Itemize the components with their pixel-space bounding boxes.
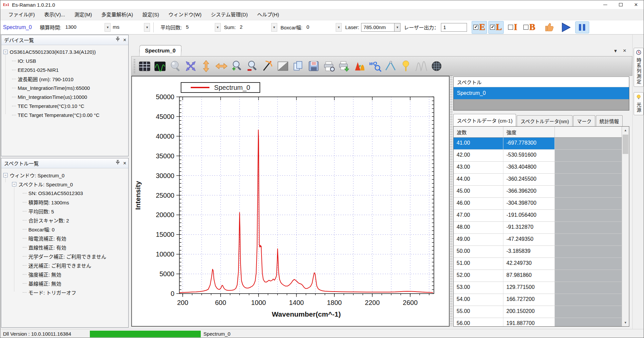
fit-vertical-icon[interactable]	[198, 58, 214, 74]
sum-combo[interactable]: 2 ▼	[238, 23, 277, 32]
laser-wavelength-combo[interactable]: 785.00nm ▼	[361, 23, 400, 32]
col-header-wavenumber[interactable]: 波数	[454, 127, 503, 137]
collapse-icon[interactable]: −	[12, 182, 16, 186]
chevron-down-icon[interactable]: ▼	[105, 23, 111, 32]
tree-item[interactable]: モード: トリガーオフ	[3, 288, 127, 297]
toggle-l[interactable]: ✓ L	[488, 21, 504, 34]
col-header-intensity[interactable]: 強度	[503, 127, 555, 137]
data-table-icon[interactable]	[137, 58, 152, 74]
tab-spectrum-0[interactable]: Spectrum_0	[139, 45, 181, 56]
tree-item[interactable]: 迷光補正: ご利用できません	[3, 261, 127, 270]
oscilloscope-icon[interactable]	[152, 58, 168, 74]
tree-item[interactable]: 合計スキャン数: 2	[3, 216, 127, 225]
table-row[interactable]: 48.00-91.312870	[454, 222, 622, 234]
side-tab-1[interactable]: 光源	[634, 92, 644, 115]
print-preview-icon[interactable]	[321, 58, 337, 74]
tab-close-icon[interactable]: ×	[623, 48, 626, 53]
magic-wand-icon[interactable]	[260, 58, 275, 74]
maximize-button[interactable]	[613, 0, 628, 9]
table-row[interactable]: 47.00-191.056400	[454, 210, 622, 222]
tree-item[interactable]: TEC Target Temperature(°C):0.00 °C	[3, 111, 127, 120]
gradient-icon[interactable]	[275, 58, 291, 74]
tree-item[interactable]: EE2051-025-NIR1	[3, 65, 127, 74]
data-tab-3[interactable]: 統計情報	[596, 115, 623, 126]
tree-item[interactable]: 平均回数: 5	[3, 207, 127, 216]
chevron-down-icon[interactable]: ▼	[271, 23, 277, 32]
pin-icon[interactable]	[116, 37, 120, 43]
table-row[interactable]: 44.00-360.245500	[454, 174, 622, 186]
tree-item[interactable]: TEC Temperature(°C):0.10 °C	[3, 102, 127, 111]
data-tab-1[interactable]: スペクトルデータ(nm)	[517, 115, 573, 126]
vertical-splitter[interactable]	[450, 76, 453, 327]
thumb-up-icon[interactable]	[544, 21, 554, 33]
spectrum-chart[interactable]: 2006001000140018002200260005000100001500…	[131, 76, 450, 327]
save-icon[interactable]	[306, 58, 321, 74]
chevron-down-icon[interactable]: ▼	[144, 23, 150, 32]
laser-power-input[interactable]	[441, 23, 467, 32]
pause-measurement-button[interactable]	[575, 21, 589, 33]
grid-ball-icon[interactable]	[429, 58, 444, 74]
table-row[interactable]: 56.00191.887700	[454, 318, 622, 327]
sphere-zoom-icon[interactable]	[168, 58, 183, 74]
checkbox[interactable]	[508, 25, 513, 30]
side-tab-0[interactable]: 時系列測定	[634, 48, 644, 87]
fit-horizontal-icon[interactable]	[214, 58, 229, 74]
menu-item[interactable]: ファイル(F)	[4, 9, 39, 20]
print-icon[interactable]	[337, 58, 352, 74]
collapse-icon[interactable]: −	[3, 173, 8, 177]
copy-icon[interactable]	[291, 58, 306, 74]
table-row[interactable]: 45.00-366.396200	[454, 186, 622, 198]
tree-item[interactable]: −ウィンドウ: Spectrum_0	[3, 171, 127, 180]
tree-item[interactable]: Max_IntegrationTime(ms):65000	[3, 83, 127, 93]
minimize-button[interactable]	[598, 0, 613, 9]
table-row[interactable]: 49.00-47.249350	[454, 234, 622, 246]
tree-item[interactable]: 強度補正: 無効	[3, 270, 127, 279]
table-row[interactable]: 51.0042.249730	[454, 258, 622, 270]
toggle-i[interactable]: I	[505, 21, 520, 34]
chevron-down-icon[interactable]: ▼	[336, 23, 342, 32]
table-row[interactable]: 54.00166.727200	[454, 294, 622, 306]
table-scrollbar[interactable]: ▲ ▼	[622, 127, 629, 326]
tree-item[interactable]: Min_IntegrationTime(us):10000	[3, 93, 127, 102]
tree-item[interactable]: 基線補正: 無効	[3, 279, 127, 288]
peak-search-icon[interactable]: wQ	[367, 58, 383, 74]
scroll-down-icon[interactable]: ▼	[622, 319, 629, 326]
tree-item[interactable]: −スペクトル: Spectrum_0	[3, 180, 127, 189]
fit-all-icon[interactable]	[183, 58, 198, 74]
menu-item[interactable]: 表示(V)...	[39, 9, 70, 20]
table-row[interactable]: 55.00200.150200	[454, 306, 622, 318]
toolbar-grip[interactable]	[134, 59, 135, 73]
table-row[interactable]: 52.0087.981860	[454, 270, 622, 282]
table-row[interactable]: 43.00-363.404800	[454, 162, 622, 174]
chevron-down-icon[interactable]: ▼	[215, 23, 221, 32]
data-tab-0[interactable]: スペクトルデータ (cm-1)	[453, 114, 516, 126]
measure-icon[interactable]	[383, 58, 398, 74]
menu-item[interactable]: ヘルプ(H)	[253, 9, 284, 20]
menu-item[interactable]: システム管理(D)	[206, 9, 252, 20]
close-button[interactable]: ×	[628, 0, 644, 9]
tree-item[interactable]: 光学ダーク補正: ご利用できません	[3, 252, 127, 261]
tree-item[interactable]: 波長範囲 (nm): 790-1010	[3, 74, 127, 83]
table-row[interactable]: 42.00-530.591600	[454, 150, 622, 162]
tab-list-chevron-icon[interactable]: ▼	[613, 48, 618, 53]
checkbox[interactable]: ✓	[473, 25, 478, 30]
data-tab-2[interactable]: マーク	[573, 115, 595, 126]
start-measurement-button[interactable]	[560, 22, 572, 33]
collapse-icon[interactable]: −	[3, 50, 8, 54]
toggle-e[interactable]: ✓ E	[472, 21, 487, 34]
menu-item[interactable]: 設定(S)	[138, 9, 164, 20]
average-count-combo[interactable]: 5 ▼	[184, 23, 221, 32]
tree-item[interactable]: −OS361AC55012303(K017.3.34(A120))	[3, 47, 127, 56]
close-panel-icon[interactable]: ×	[123, 38, 126, 42]
table-row[interactable]: 50.00-3.185839	[454, 246, 622, 258]
peak-color-icon[interactable]	[352, 58, 367, 74]
tree-item[interactable]: SN: OS361AC55012303	[3, 189, 127, 198]
checkbox[interactable]: ✓	[490, 25, 495, 30]
table-row[interactable]: 46.00-304.398700	[454, 198, 622, 210]
scroll-up-icon[interactable]: ▲	[622, 127, 629, 134]
tree-item[interactable]: 積算時間: 1300ms	[3, 198, 127, 207]
tree-item[interactable]: IO: USB	[3, 56, 127, 65]
checkbox[interactable]	[523, 25, 528, 30]
table-row[interactable]: 41.00-697.778300	[454, 138, 622, 150]
scrollbar-thumb[interactable]	[623, 135, 628, 154]
